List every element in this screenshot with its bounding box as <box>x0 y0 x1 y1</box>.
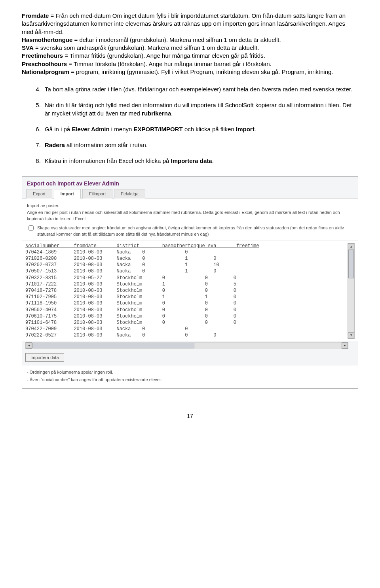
term-sva: SVA <box>22 44 34 51</box>
page-number: 17 <box>22 412 358 420</box>
note-2: - Även "socialnumber" kan anges för att … <box>27 376 353 384</box>
tab-filimport[interactable]: Filimport <box>82 189 112 199</box>
scroll-left-icon[interactable]: ◂ <box>26 342 32 349</box>
import-data-button[interactable]: Importera data <box>25 353 64 362</box>
tab-bar: Export Import Filimport Felaktiga <box>22 189 358 199</box>
info-line-2: Ange en rad per post i rutan nedan och s… <box>27 209 353 222</box>
app-panel: Export och import av Elever Admin Export… <box>22 176 358 389</box>
note-1: - Ordningen på kolumnerna spelar ingen r… <box>27 369 353 376</box>
step-5: När din fil är färdig och fylld med den … <box>42 101 358 117</box>
definitions-paragraph: Fromdate = Från och med-datum Om inget d… <box>22 12 358 76</box>
term-fromdate: Fromdate <box>22 12 49 19</box>
term-nationalprogram: Nationalprogram <box>22 68 69 75</box>
scroll-thumb-h[interactable] <box>32 343 194 348</box>
scroll-thumb[interactable] <box>348 250 354 278</box>
step-4: Ta bort alla gröna rader i filen (dvs. f… <box>42 85 358 93</box>
horizontal-scrollbar[interactable]: ◂ ▸ <box>25 342 348 349</box>
term-preschoolhours: Preschoolhours <box>22 61 67 67</box>
step-7: Radera all information som står i rutan. <box>42 141 358 149</box>
scroll-up-icon[interactable]: ▴ <box>348 243 354 250</box>
vertical-scrollbar[interactable]: ▴ ▾ <box>348 243 355 339</box>
checkbox-label: Skapa nya statusrader med angivet frånda… <box>37 225 353 238</box>
tab-export[interactable]: Export <box>26 189 52 199</box>
app-title: Export och import av Elever Admin <box>22 177 358 189</box>
tab-import[interactable]: Import <box>54 189 81 199</box>
step-6: Gå in i på Elever Admin i menyn EXPORT/I… <box>42 125 358 133</box>
scroll-right-icon[interactable]: ▸ <box>342 342 348 349</box>
term-hasmothertongue: Hasmothertongue <box>22 36 72 43</box>
steps-list: Ta bort alla gröna rader i filen (dvs. f… <box>22 85 358 165</box>
status-row-checkbox[interactable] <box>28 225 34 231</box>
info-block: Import av poster. Ange en rad per post i… <box>22 199 358 240</box>
step-8: Klistra in informationen från Excel och … <box>42 157 358 165</box>
scroll-down-icon[interactable]: ▾ <box>348 332 354 338</box>
info-line-1: Import av poster. <box>27 202 353 209</box>
notes-block: - Ordningen på kolumnerna spelar ingen r… <box>22 365 358 388</box>
data-textarea[interactable]: socialnumber fromdate district hasmother… <box>22 240 358 341</box>
term-freetimehours: Freetimehours <box>22 52 63 59</box>
tab-felaktiga[interactable]: Felaktiga <box>114 189 145 199</box>
